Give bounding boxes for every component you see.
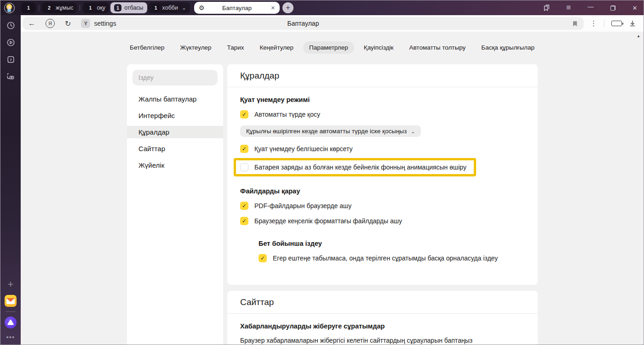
- checkbox-row-search-fallback[interactable]: ✓ Егер ештеңе табылмаса, онда терілген с…: [259, 254, 525, 262]
- sidebar-item-sites[interactable]: Сайттар: [127, 142, 223, 155]
- screenshot-icon[interactable]: [5, 71, 16, 82]
- power-saving-section-title: Қуат үнемдеу режимі: [240, 96, 525, 103]
- new-tab-button[interactable]: +: [282, 2, 293, 13]
- nav-security[interactable]: Қауіпсіздік: [358, 41, 400, 54]
- group-separator: [39, 5, 39, 11]
- checkbox-checked-icon[interactable]: ✓: [240, 217, 248, 225]
- checkbox-row-office[interactable]: ✓ Браузерде кеңселік форматтағы файлдард…: [240, 217, 525, 225]
- sidebar-item-system[interactable]: Жүйелік: [127, 159, 223, 171]
- tab-group-label: жұмыс: [56, 5, 73, 11]
- nav-history[interactable]: Тарих: [221, 41, 250, 54]
- checkbox-row-pdf[interactable]: ✓ PDF-файлдарын браузерде ашу: [240, 202, 525, 210]
- checkbox-row-show-icon[interactable]: ✓ Қуат үнемдеу белгішесін көрсету: [240, 145, 525, 153]
- tab-count-icon[interactable]: 7: [5, 54, 16, 65]
- page-search-section-title: Бет бойынша іздеу: [259, 240, 525, 247]
- nav-autofill[interactable]: Автоматты толтыру: [403, 41, 472, 54]
- tab-group-family[interactable]: 1 отбасы: [110, 2, 147, 13]
- tab-group-count: 1: [86, 4, 94, 11]
- close-window-button[interactable]: ✕: [631, 4, 639, 12]
- sites-card-title: Сайттар: [227, 291, 538, 313]
- alice-assistant-icon[interactable]: [5, 317, 17, 328]
- avatar-image: [5, 3, 14, 12]
- nav-downloads[interactable]: Жүктеулер: [174, 41, 218, 54]
- chevron-down-icon: ⌄: [411, 130, 415, 133]
- url-text[interactable]: settings: [94, 20, 116, 27]
- extensions-menu-icon[interactable]: ⋮: [590, 19, 597, 28]
- more-options-icon[interactable]: •••: [6, 333, 15, 341]
- tab-group-count: 1: [152, 4, 160, 11]
- tab-group-label: отбасы: [124, 5, 143, 11]
- nav-other-devices[interactable]: Басқа құрылғылар: [475, 41, 540, 54]
- tab-group-count: 1: [114, 4, 121, 11]
- browser-window: 1 2 жұмыс 1 оқу 1 отбасы 1 хобби ⌄: [0, 0, 644, 345]
- rail-divider: [6, 311, 16, 312]
- profile-avatar[interactable]: [4, 3, 15, 13]
- checkbox-checked-icon[interactable]: ✓: [240, 145, 248, 153]
- tab-close-icon[interactable]: ✕: [271, 5, 275, 11]
- tab-group-work[interactable]: 2 жұмыс: [42, 2, 77, 13]
- tab-group-label: хобби: [162, 5, 178, 11]
- tab-group-1[interactable]: 1: [21, 2, 36, 13]
- checkbox-checked-icon[interactable]: ✓: [259, 254, 267, 262]
- tab-title: Баптаулар: [194, 5, 280, 11]
- page-favicon: Y: [81, 19, 90, 28]
- notifications-description: Браузер хабарламаларын жібергісі келетін…: [240, 337, 525, 344]
- toolbar-divider: [604, 20, 604, 27]
- sites-card: Сайттар Хабарландыруларды жіберуге сұрат…: [227, 291, 538, 345]
- tab-group-count: 2: [46, 4, 53, 11]
- restore-icon: [610, 6, 615, 11]
- add-panel-icon[interactable]: +: [8, 279, 14, 289]
- minimize-button[interactable]: —: [586, 2, 595, 11]
- mail-icon[interactable]: [5, 295, 17, 307]
- svg-text:7: 7: [10, 57, 12, 62]
- scroll-up-icon[interactable]: ▲: [637, 34, 640, 38]
- tools-card-title: Құралдар: [227, 64, 538, 87]
- window-controls: ≡ — ✕: [542, 4, 639, 12]
- tab-bar: 1 2 жұмыс 1 оқу 1 отбасы 1 хобби ⌄: [0, 0, 644, 15]
- power-mode-dropdown[interactable]: Құрылғы өшірілген кезде автоматты түрде …: [240, 125, 421, 137]
- nav-settings[interactable]: Параметрлер: [303, 41, 354, 54]
- tab-group-hobby[interactable]: 1 хобби ⌄: [149, 2, 190, 13]
- tab-group-count: 1: [25, 4, 32, 11]
- downloads-icon[interactable]: [629, 20, 636, 27]
- tab-groups: 1 2 жұмыс 1 оқу 1 отбасы 1 хобби ⌄: [21, 2, 190, 13]
- tab-settings[interactable]: ⚙ Баптаулар ✕: [194, 2, 280, 14]
- back-icon[interactable]: ←: [28, 19, 35, 28]
- checkbox-unchecked-icon[interactable]: [240, 163, 248, 171]
- tab-group-label: оқу: [97, 5, 105, 11]
- history-icon[interactable]: [5, 20, 16, 31]
- toolbar-right: ⋮: [584, 19, 644, 28]
- side-rail: 7 + •••: [0, 15, 21, 345]
- browser-toolbar: ← Я ↻ Y settings Баптаулар ⋮: [21, 15, 644, 32]
- refresh-icon[interactable]: ↻: [65, 19, 71, 28]
- checkbox-checked-icon[interactable]: ✓: [240, 110, 248, 119]
- battery-saver-icon[interactable]: [611, 21, 622, 26]
- chevron-down-icon: ⌄: [182, 6, 186, 10]
- nav-bookmarks[interactable]: Бетбелгілер: [124, 41, 170, 54]
- notifications-section-title: Хабарландыруларды жіберуге сұратымдар: [240, 322, 525, 330]
- tools-card: Құралдар Қуат үнемдеу режимі ✓ Автоматты…: [227, 64, 538, 285]
- video-icon[interactable]: [5, 37, 16, 48]
- address-bar[interactable]: ← Я ↻ Y settings Баптаулар: [23, 17, 584, 30]
- checkbox-row-auto-on[interactable]: ✓ Автоматты түрде қосу: [240, 110, 525, 119]
- settings-page: ▲ Бетбелгілер Жүктеулер Тарих Кеңейтулер…: [21, 32, 644, 345]
- files-section-title: Файлдарды қарау: [240, 187, 525, 195]
- search-input[interactable]: [132, 70, 218, 85]
- restore-button[interactable]: [609, 4, 617, 12]
- tab-group-study[interactable]: 1 оқу: [83, 2, 109, 13]
- sidebar-item-tools[interactable]: Құралдар: [127, 126, 223, 138]
- bookmarks-panel-icon[interactable]: [542, 4, 551, 12]
- sidebar-item-general[interactable]: Жалпы баптаулар: [127, 93, 223, 105]
- yandex-home-icon[interactable]: Я: [46, 19, 55, 28]
- group-separator: [80, 5, 80, 11]
- settings-sidebar: Жалпы баптаулар Интерфейс Құралдар Сайтт…: [127, 64, 223, 345]
- highlighted-checkbox-row-battery-animation[interactable]: Батарея заряды аз болған кезде бейнелік …: [234, 158, 476, 176]
- sidebar-item-interface[interactable]: Интерфейс: [127, 109, 223, 122]
- settings-nav: Бетбелгілер Жүктеулер Тарих Кеңейтулер П…: [21, 32, 644, 54]
- nav-extensions[interactable]: Кеңейтулер: [254, 41, 300, 54]
- menu-icon[interactable]: ≡: [564, 4, 573, 12]
- checkbox-checked-icon[interactable]: ✓: [240, 202, 248, 210]
- bookmark-icon[interactable]: [572, 20, 578, 27]
